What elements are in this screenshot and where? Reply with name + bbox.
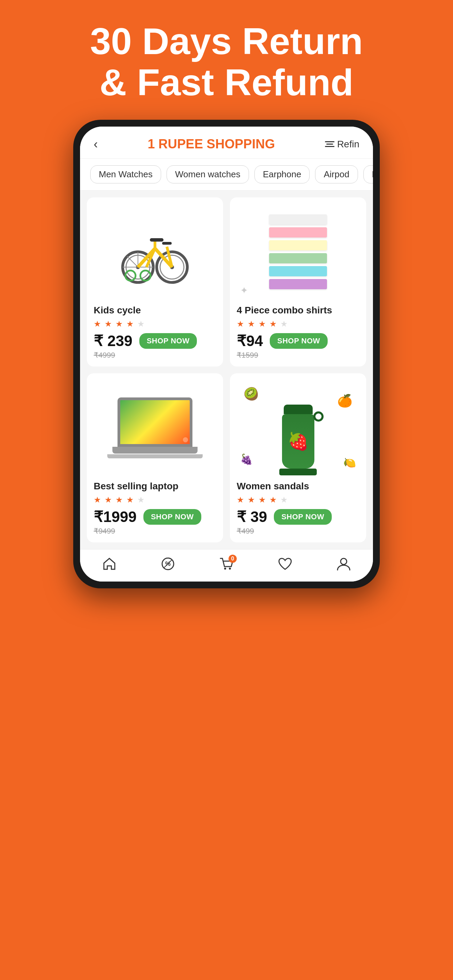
category-men-watches[interactable]: Men Watches <box>90 165 161 183</box>
product-image-blender: 🍓 🥝 🍊 🍇 🍋 <box>237 380 359 476</box>
shop-now-shirts[interactable]: SHOP NOW <box>270 333 328 349</box>
heart-icon <box>278 556 293 575</box>
product-name-blender: Women sandals <box>237 481 359 492</box>
hero-text: 30 Days Return & Fast Refund <box>63 0 390 120</box>
filter-button[interactable]: Refin <box>325 139 359 150</box>
product-name-laptop: Best selling laptop <box>94 481 216 492</box>
price-row-blender: ₹ 39 SHOP NOW <box>237 508 359 525</box>
price-row-shirts: ₹94 SHOP NOW <box>237 332 359 350</box>
app-title: 1 RUPEE SHOPPING <box>98 137 325 151</box>
product-rating-laptop: ★ ★ ★ ★ ★ <box>94 495 216 504</box>
original-price-laptop: ₹9499 <box>94 527 216 536</box>
product-card-shirts[interactable]: ✦ 4 Piece combo shirts ★ ★ ★ ★ ★ ₹94 SHO… <box>230 197 366 366</box>
original-price-blender: ₹499 <box>237 527 359 536</box>
product-image-shirts: ✦ <box>237 204 359 299</box>
nav-cart[interactable]: 0 <box>219 556 234 575</box>
price-row-laptop: ₹1999 SHOP NOW <box>94 508 216 525</box>
original-price-shirts: ₹1599 <box>237 351 359 360</box>
svg-point-23 <box>229 568 231 570</box>
category-women-watches[interactable]: Women watches <box>167 165 249 183</box>
product-image-laptop <box>94 380 216 476</box>
loading-mark: ✦ <box>240 285 248 296</box>
hero-line1: 30 Days Return <box>90 21 363 62</box>
product-name-kids-cycle: Kids cycle <box>94 305 216 316</box>
original-price-kids-cycle: ₹4999 <box>94 351 216 360</box>
product-rating-shirts: ★ ★ ★ ★ ★ <box>237 319 359 329</box>
home-icon <box>102 556 117 575</box>
category-helmets[interactable]: Helmets <box>364 165 373 183</box>
svg-rect-15 <box>150 238 163 242</box>
nav-offers[interactable]: % <box>160 556 175 575</box>
categories-bar: Men Watches Women watches Earphone Airpo… <box>80 159 373 191</box>
offers-icon: % <box>160 556 175 575</box>
product-name-shirts: 4 Piece combo shirts <box>237 305 359 316</box>
svg-line-6 <box>127 256 138 267</box>
nav-wishlist[interactable] <box>278 556 293 575</box>
nav-profile[interactable] <box>336 556 351 575</box>
products-grid: Kids cycle ★ ★ ★ ★ ★ ₹ 239 SHOP NOW ₹499… <box>80 191 373 549</box>
current-price-blender: ₹ 39 <box>237 508 267 525</box>
product-card-kids-cycle[interactable]: Kids cycle ★ ★ ★ ★ ★ ₹ 239 SHOP NOW ₹499… <box>87 197 223 366</box>
product-card-blender[interactable]: 🍓 🥝 🍊 🍇 🍋 Women sandals ★ <box>230 373 366 542</box>
product-card-laptop[interactable]: Best selling laptop ★ ★ ★ ★ ★ ₹1999 SHOP… <box>87 373 223 542</box>
back-button[interactable]: ‹ <box>94 137 98 151</box>
cart-badge: 0 <box>228 555 237 563</box>
shop-now-blender[interactable]: SHOP NOW <box>274 509 332 525</box>
phone-screen: ‹ 1 RUPEE SHOPPING Refin Men Watches Wom… <box>80 127 373 582</box>
current-price-kids-cycle: ₹ 239 <box>94 332 132 350</box>
svg-point-24 <box>341 558 347 565</box>
shop-now-laptop[interactable]: SHOP NOW <box>144 509 201 525</box>
app-header: ‹ 1 RUPEE SHOPPING Refin <box>80 127 373 159</box>
category-earphone[interactable]: Earphone <box>254 165 310 183</box>
bottom-nav: % 0 <box>80 549 373 582</box>
category-airpod[interactable]: Airpod <box>315 165 357 183</box>
hero-line2: & Fast Refund <box>90 62 363 103</box>
product-rating-blender: ★ ★ ★ ★ ★ <box>237 495 359 504</box>
filter-label: Refin <box>337 139 359 150</box>
filter-icon <box>325 141 335 147</box>
product-image-kids-cycle <box>94 204 216 299</box>
profile-icon <box>336 556 351 575</box>
current-price-laptop: ₹1999 <box>94 508 137 525</box>
price-row-kids-cycle: ₹ 239 SHOP NOW <box>94 332 216 350</box>
nav-home[interactable] <box>102 556 117 575</box>
svg-point-22 <box>224 568 226 570</box>
product-rating-kids-cycle: ★ ★ ★ ★ ★ <box>94 319 216 329</box>
current-price-shirts: ₹94 <box>237 332 263 350</box>
phone-mockup: ‹ 1 RUPEE SHOPPING Refin Men Watches Wom… <box>73 120 380 588</box>
shop-now-kids-cycle[interactable]: SHOP NOW <box>139 333 197 349</box>
